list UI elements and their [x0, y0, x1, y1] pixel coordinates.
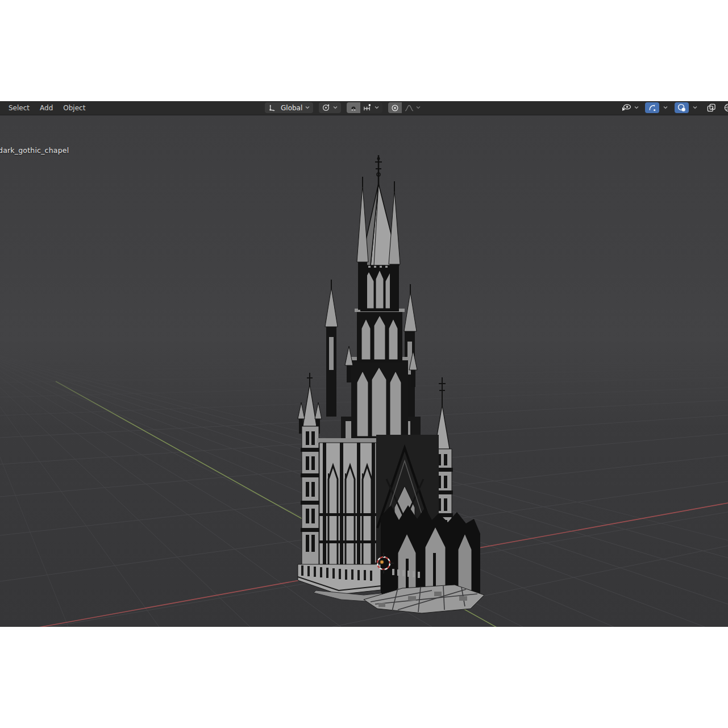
header-menus: Select Add Object [0, 102, 90, 114]
tier2-windows [361, 315, 398, 360]
menu-object[interactable]: Object [58, 102, 90, 114]
transform-orientation-value: Global [281, 104, 302, 112]
gizmos-toggle[interactable] [645, 102, 659, 113]
dropdown-chevron-icon [374, 106, 380, 110]
overlays-icon [677, 103, 686, 112]
menu-add[interactable]: Add [35, 102, 58, 114]
header-right-controls [619, 102, 728, 113]
object-name-label: dark_gothic_chapel [0, 146, 69, 155]
transform-orientation-dropdown[interactable]: Global [265, 102, 313, 113]
gizmo-group [645, 102, 671, 113]
header-center-controls: Global [265, 102, 424, 113]
base-plinth [298, 564, 381, 594]
dropdown-chevron-icon [634, 106, 639, 110]
viewport-shading-icon [723, 103, 728, 113]
bottom-white-band [0, 627, 728, 728]
gizmos-dropdown[interactable] [660, 102, 671, 113]
toggle-xray-icon [706, 103, 716, 113]
snap-increment-icon [363, 104, 372, 112]
top-white-band [0, 0, 728, 101]
transform-orientation-icon [268, 103, 276, 112]
dropdown-chevron-icon [415, 106, 421, 110]
show-object-types-dropdown[interactable] [619, 102, 641, 113]
proportional-editing-group [388, 102, 424, 113]
pivot-point-icon [322, 103, 330, 112]
snap-target-dropdown[interactable] [360, 102, 382, 113]
toggle-xray-button[interactable] [704, 102, 718, 113]
show-object-types-icon [621, 103, 631, 112]
snap-control-group [347, 102, 382, 113]
viewport-shading-button[interactable] [722, 102, 728, 113]
proportional-falloff-dropdown[interactable] [402, 102, 424, 113]
blender-window: Select Add Object Global [0, 101, 728, 627]
overlays-toggle[interactable] [675, 102, 689, 113]
overlays-group [675, 102, 700, 113]
gizmos-icon [648, 103, 656, 112]
dropdown-chevron-icon [663, 106, 668, 110]
proportional-editing-icon [391, 104, 399, 112]
dropdown-chevron-icon [332, 106, 338, 110]
snap-toggle-button[interactable] [347, 102, 360, 113]
overlays-dropdown[interactable] [690, 102, 700, 113]
snap-magnet-icon [350, 104, 357, 112]
tier3-windows [357, 367, 401, 436]
dropdown-chevron-icon [692, 106, 698, 110]
3d-viewport[interactable]: dark_gothic_chapel [0, 115, 728, 627]
falloff-curve-icon [405, 104, 414, 112]
proportional-editing-toggle[interactable] [388, 102, 402, 113]
screenshot-root: { "header": { "menus": [ {"label": "Sele… [0, 0, 728, 728]
menu-select[interactable]: Select [3, 102, 35, 114]
left-turret [298, 373, 322, 573]
viewport-canvas[interactable] [0, 115, 728, 627]
object-origin-dot [380, 560, 384, 564]
pivot-point-dropdown[interactable] [319, 102, 341, 113]
body-left-face [319, 443, 376, 577]
viewport-header: Select Add Object Global [0, 101, 728, 115]
dropdown-chevron-icon [305, 106, 310, 110]
